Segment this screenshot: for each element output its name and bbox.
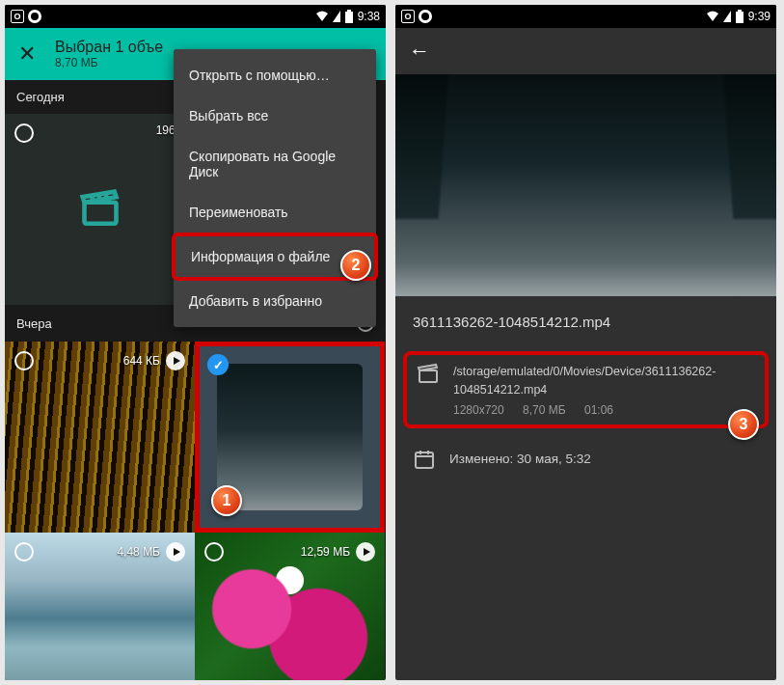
selection-count: Выбран 1 объе — [55, 39, 163, 56]
file-path: /storage/emulated/0/Movies/Device/361113… — [453, 363, 755, 399]
menu-open-with[interactable]: Открыть с помощью… — [174, 55, 376, 96]
file-path-block: /storage/emulated/0/Movies/Device/361113… — [403, 351, 769, 428]
shazam-icon — [419, 10, 432, 23]
wifi-icon — [315, 11, 329, 22]
clapper-icon — [417, 363, 440, 386]
selection-size: 8,70 МБ — [55, 56, 163, 69]
select-ring-icon[interactable] — [14, 351, 34, 370]
signal-icon — [333, 11, 340, 22]
wifi-icon — [706, 11, 719, 22]
select-ring-icon[interactable] — [14, 542, 34, 562]
svg-rect-4 — [738, 10, 742, 12]
context-menu: Открыть с помощью… Выбрать все Скопирова… — [174, 49, 376, 327]
svg-rect-0 — [345, 12, 353, 23]
video-tile-city[interactable]: 644 КБ — [5, 342, 195, 533]
battery-icon — [735, 10, 744, 23]
svg-rect-3 — [736, 12, 743, 23]
select-ring-icon[interactable] — [14, 123, 34, 143]
screen-file-info: O 9:39 ← 3611136262-1048514212.mp4 — [395, 5, 776, 680]
video-tile-placeholder[interactable]: 196 К — [5, 114, 195, 305]
menu-favorite[interactable]: Добавить в избранно — [174, 281, 376, 321]
video-tile-ocean[interactable]: 4,48 МБ — [5, 533, 195, 680]
opera-icon: O — [401, 10, 415, 23]
menu-select-all[interactable]: Выбрать все — [174, 96, 376, 136]
shazam-icon — [28, 10, 41, 23]
battery-icon — [344, 10, 354, 23]
checkmark-icon: ✓ — [207, 354, 229, 375]
menu-copy-gdrive[interactable]: Скопировать на Google Диск — [174, 136, 376, 192]
file-name: 3611136262-1048514212.mp4 — [413, 314, 759, 330]
screen-gallery: O 9:38 ✕ Выбран 1 объе 8,70 МБ Сегодня — [5, 5, 386, 680]
video-preview[interactable] — [395, 74, 776, 296]
modified-text: Изменено: 30 мая, 5:32 — [449, 452, 591, 466]
menu-rename[interactable]: Переименовать — [174, 192, 376, 233]
video-tile-flower[interactable]: 12,59 МБ — [195, 533, 385, 680]
close-selection-button[interactable]: ✕ — [18, 41, 36, 67]
play-icon[interactable] — [166, 542, 185, 562]
annotation-badge-1: 1 — [211, 485, 242, 516]
svg-rect-6 — [416, 452, 433, 468]
file-meta: 1280x720 8,70 МБ 01:06 — [453, 403, 755, 417]
select-ring-icon[interactable] — [204, 542, 224, 562]
modified-row: Изменено: 30 мая, 5:32 — [413, 444, 759, 475]
statusbar-right: O 9:39 — [395, 5, 776, 28]
statusbar-left: O 9:38 — [5, 5, 386, 28]
status-time: 9:39 — [748, 10, 770, 23]
annotation-badge-3: 3 — [728, 409, 759, 440]
svg-rect-2 — [84, 203, 116, 224]
play-icon[interactable] — [356, 542, 375, 562]
clapper-icon — [79, 188, 122, 231]
opera-icon: O — [11, 10, 24, 23]
svg-rect-1 — [347, 10, 351, 12]
play-icon[interactable] — [166, 351, 185, 370]
signal-icon — [723, 11, 731, 22]
detail-header: ← — [395, 28, 776, 74]
status-time: 9:38 — [358, 10, 380, 23]
svg-rect-5 — [419, 370, 437, 382]
annotation-badge-2: 2 — [340, 250, 371, 281]
back-button[interactable]: ← — [409, 39, 430, 64]
calendar-icon — [413, 448, 436, 471]
